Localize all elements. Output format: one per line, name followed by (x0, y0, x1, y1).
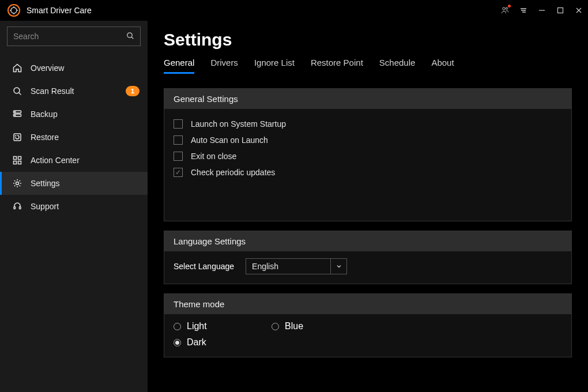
option-label: Launch on System Startup (191, 119, 286, 129)
theme-label: Light (187, 321, 207, 331)
svg-point-5 (127, 32, 132, 37)
sidebar-item-overview[interactable]: Overview (0, 56, 148, 80)
tab-about[interactable]: About (431, 58, 454, 74)
home-icon (12, 63, 22, 73)
svg-rect-14 (14, 161, 17, 164)
theme-option-light[interactable]: Light (174, 321, 225, 331)
menu-button[interactable] (514, 0, 533, 21)
gear-icon (12, 178, 22, 189)
sidebar-item-label: Backup (31, 110, 140, 119)
panel-header: Language Settings (164, 231, 571, 251)
radio[interactable] (272, 323, 279, 330)
nav: Overview Scan Result 1 Backup Restore Ac… (0, 56, 148, 218)
titlebar: Smart Driver Care (0, 0, 588, 21)
svg-point-1 (11, 7, 17, 13)
sidebar-item-backup[interactable]: Backup (0, 103, 148, 126)
search-input[interactable] (13, 32, 126, 41)
svg-point-10 (14, 115, 15, 115)
checkbox[interactable] (174, 119, 183, 129)
search-icon (126, 32, 134, 42)
scan-result-badge: 1 (126, 86, 140, 96)
svg-rect-11 (14, 134, 21, 141)
radio[interactable] (174, 339, 181, 346)
sidebar-item-label: Restore (31, 133, 140, 142)
option-launch-startup[interactable]: Launch on System Startup (174, 116, 562, 132)
svg-rect-15 (18, 161, 21, 164)
option-label: Check periodic updates (191, 168, 275, 177)
panel-header: General Settings (164, 89, 571, 109)
svg-point-2 (503, 7, 505, 10)
option-label: Exit on close (191, 152, 236, 161)
checkbox[interactable] (174, 152, 183, 161)
tab-restore-point[interactable]: Restore Point (311, 58, 363, 74)
option-exit-on-close[interactable]: Exit on close (174, 148, 562, 164)
app-logo (7, 3, 21, 17)
sidebar-item-label: Action Center (31, 156, 140, 165)
sidebar-item-support[interactable]: Support (0, 195, 148, 218)
tab-general[interactable]: General (164, 58, 194, 74)
headset-icon (12, 201, 22, 212)
theme-option-blue[interactable]: Blue (272, 321, 323, 331)
chevron-down-icon (330, 259, 346, 274)
theme-panel: Theme mode Light Dark (164, 293, 572, 357)
sidebar-item-restore[interactable]: Restore (0, 126, 148, 149)
tab-schedule[interactable]: Schedule (379, 58, 416, 74)
page-title: Settings (164, 30, 572, 50)
option-label: Auto Scan on Launch (191, 135, 268, 145)
magnifier-icon (12, 86, 22, 96)
grid-icon (12, 155, 22, 165)
language-settings-panel: Language Settings Select Language Englis… (164, 231, 572, 284)
sidebar-item-action-center[interactable]: Action Center (0, 149, 148, 172)
theme-option-dark[interactable]: Dark (174, 337, 225, 348)
checkbox[interactable] (174, 135, 183, 145)
svg-rect-18 (20, 207, 21, 209)
svg-point-9 (14, 111, 15, 112)
close-button[interactable] (570, 0, 588, 21)
language-label: Select Language (174, 262, 234, 271)
tabs: General Drivers Ignore List Restore Poin… (164, 58, 572, 74)
account-button[interactable] (496, 0, 514, 21)
sidebar: Overview Scan Result 1 Backup Restore Ac… (0, 21, 148, 392)
sidebar-item-label: Support (31, 202, 140, 211)
svg-rect-4 (558, 8, 563, 13)
restore-icon (12, 132, 22, 142)
svg-point-3 (506, 7, 507, 9)
theme-label: Dark (187, 337, 206, 348)
radio[interactable] (174, 323, 181, 330)
tab-drivers[interactable]: Drivers (210, 58, 238, 74)
panel-header: Theme mode (164, 294, 571, 314)
option-check-updates[interactable]: Check periodic updates (174, 164, 562, 180)
language-value: English (246, 262, 330, 271)
maximize-button[interactable] (551, 0, 570, 21)
sidebar-item-label: Scan Result (31, 86, 118, 96)
svg-rect-13 (18, 157, 21, 160)
sidebar-item-label: Overview (31, 63, 140, 73)
checkbox[interactable] (174, 168, 183, 177)
option-auto-scan[interactable]: Auto Scan on Launch (174, 132, 562, 148)
tab-ignore-list[interactable]: Ignore List (254, 58, 295, 74)
minimize-button[interactable] (533, 0, 551, 21)
sidebar-item-label: Settings (31, 179, 140, 188)
language-select[interactable]: English (246, 258, 347, 274)
svg-rect-12 (14, 157, 17, 160)
sidebar-item-settings[interactable]: Settings (0, 172, 148, 195)
svg-rect-17 (14, 207, 16, 209)
app-title: Smart Driver Care (27, 6, 92, 15)
theme-label: Blue (285, 321, 303, 331)
search-box[interactable] (7, 27, 141, 46)
backup-icon (12, 109, 22, 119)
svg-point-16 (16, 182, 19, 185)
general-settings-panel: General Settings Launch on System Startu… (164, 88, 572, 221)
content: Settings General Drivers Ignore List Res… (148, 21, 588, 392)
sidebar-item-scan-result[interactable]: Scan Result 1 (0, 80, 148, 103)
